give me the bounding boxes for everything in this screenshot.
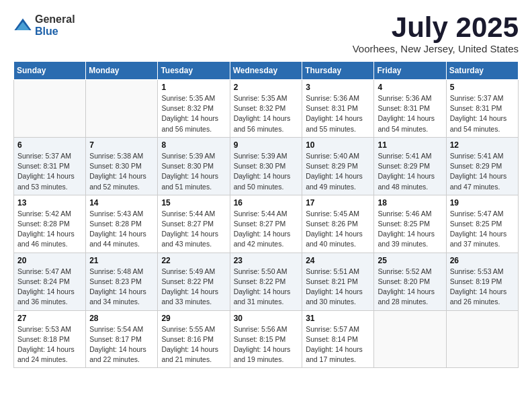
calendar-cell [86, 80, 158, 138]
month-title: July 2025 [353, 13, 519, 42]
calendar-cell: 15Sunrise: 5:44 AM Sunset: 8:27 PM Dayli… [158, 195, 230, 253]
logo-blue: Blue [35, 26, 75, 38]
day-number: 16 [234, 198, 299, 208]
calendar-cell: 2Sunrise: 5:35 AM Sunset: 8:32 PM Daylig… [230, 80, 302, 138]
day-detail: Sunrise: 5:52 AM Sunset: 8:20 PM Dayligh… [378, 267, 442, 308]
day-number: 15 [161, 198, 226, 208]
calendar-cell: 19Sunrise: 5:47 AM Sunset: 8:25 PM Dayli… [446, 195, 518, 253]
day-detail: Sunrise: 5:54 AM Sunset: 8:17 PM Dayligh… [89, 324, 154, 365]
day-number: 14 [89, 198, 154, 208]
day-number: 25 [378, 256, 442, 265]
calendar-cell: 7Sunrise: 5:38 AM Sunset: 8:30 PM Daylig… [86, 137, 158, 195]
day-detail: Sunrise: 5:35 AM Sunset: 8:32 PM Dayligh… [234, 93, 299, 134]
day-detail: Sunrise: 5:53 AM Sunset: 8:18 PM Dayligh… [17, 324, 82, 365]
logo-general: General [35, 13, 75, 26]
day-detail: Sunrise: 5:36 AM Sunset: 8:31 PM Dayligh… [306, 93, 370, 134]
calendar-week-2: 6Sunrise: 5:37 AM Sunset: 8:31 PM Daylig… [14, 137, 519, 195]
weekday-header-friday: Friday [374, 62, 446, 80]
calendar-week-1: 1Sunrise: 5:35 AM Sunset: 8:32 PM Daylig… [14, 80, 519, 138]
day-number: 17 [306, 198, 370, 208]
day-detail: Sunrise: 5:44 AM Sunset: 8:27 PM Dayligh… [161, 209, 226, 250]
day-number: 29 [161, 314, 226, 323]
day-detail: Sunrise: 5:50 AM Sunset: 8:22 PM Dayligh… [234, 267, 299, 308]
day-detail: Sunrise: 5:40 AM Sunset: 8:29 PM Dayligh… [306, 151, 370, 192]
calendar-cell: 21Sunrise: 5:48 AM Sunset: 8:23 PM Dayli… [86, 253, 158, 310]
day-number: 11 [378, 140, 442, 150]
day-number: 30 [234, 314, 299, 323]
day-number: 26 [450, 256, 515, 265]
calendar-cell: 30Sunrise: 5:56 AM Sunset: 8:15 PM Dayli… [230, 310, 302, 368]
day-number: 31 [306, 314, 370, 323]
day-detail: Sunrise: 5:37 AM Sunset: 8:31 PM Dayligh… [450, 93, 515, 134]
calendar-cell: 4Sunrise: 5:36 AM Sunset: 8:31 PM Daylig… [374, 80, 446, 138]
day-detail: Sunrise: 5:44 AM Sunset: 8:27 PM Dayligh… [234, 209, 299, 250]
day-number: 7 [89, 140, 154, 150]
day-number: 12 [450, 140, 515, 150]
day-number: 13 [17, 198, 82, 208]
day-number: 22 [161, 256, 226, 265]
day-detail: Sunrise: 5:46 AM Sunset: 8:25 PM Dayligh… [378, 209, 442, 250]
location: Voorhees, New Jersey, United States [353, 43, 519, 54]
calendar-cell: 25Sunrise: 5:52 AM Sunset: 8:20 PM Dayli… [374, 253, 446, 310]
day-number: 1 [161, 83, 226, 92]
title-block: July 2025 Voorhees, New Jersey, United S… [353, 13, 519, 54]
day-number: 21 [89, 256, 154, 265]
calendar-cell [374, 310, 446, 368]
calendar-cell: 5Sunrise: 5:37 AM Sunset: 8:31 PM Daylig… [446, 80, 518, 138]
weekday-header-monday: Monday [86, 62, 158, 80]
calendar-cell: 18Sunrise: 5:46 AM Sunset: 8:25 PM Dayli… [374, 195, 446, 253]
day-number: 3 [306, 83, 370, 92]
calendar-cell: 17Sunrise: 5:45 AM Sunset: 8:26 PM Dayli… [302, 195, 374, 253]
calendar-cell: 6Sunrise: 5:37 AM Sunset: 8:31 PM Daylig… [14, 137, 86, 195]
day-number: 23 [234, 256, 299, 265]
calendar-cell: 14Sunrise: 5:43 AM Sunset: 8:28 PM Dayli… [86, 195, 158, 253]
calendar-cell: 16Sunrise: 5:44 AM Sunset: 8:27 PM Dayli… [230, 195, 302, 253]
calendar-cell: 31Sunrise: 5:57 AM Sunset: 8:14 PM Dayli… [302, 310, 374, 368]
day-detail: Sunrise: 5:47 AM Sunset: 8:24 PM Dayligh… [17, 267, 82, 308]
calendar-cell: 8Sunrise: 5:39 AM Sunset: 8:30 PM Daylig… [158, 137, 230, 195]
day-detail: Sunrise: 5:57 AM Sunset: 8:14 PM Dayligh… [306, 324, 370, 365]
day-detail: Sunrise: 5:36 AM Sunset: 8:31 PM Dayligh… [378, 93, 442, 134]
day-number: 20 [17, 256, 82, 265]
day-detail: Sunrise: 5:43 AM Sunset: 8:28 PM Dayligh… [89, 209, 154, 250]
calendar-cell: 13Sunrise: 5:42 AM Sunset: 8:28 PM Dayli… [14, 195, 86, 253]
day-number: 6 [17, 140, 82, 150]
calendar-cell [14, 80, 86, 138]
calendar-week-5: 27Sunrise: 5:53 AM Sunset: 8:18 PM Dayli… [14, 310, 519, 368]
day-detail: Sunrise: 5:37 AM Sunset: 8:31 PM Dayligh… [17, 151, 82, 192]
calendar-cell [446, 310, 518, 368]
day-detail: Sunrise: 5:45 AM Sunset: 8:26 PM Dayligh… [306, 209, 370, 250]
calendar-cell: 12Sunrise: 5:41 AM Sunset: 8:29 PM Dayli… [446, 137, 518, 195]
day-number: 4 [378, 83, 442, 92]
day-number: 28 [89, 314, 154, 323]
day-detail: Sunrise: 5:49 AM Sunset: 8:22 PM Dayligh… [161, 267, 226, 308]
calendar-cell: 27Sunrise: 5:53 AM Sunset: 8:18 PM Dayli… [14, 310, 86, 368]
weekday-header-tuesday: Tuesday [158, 62, 230, 80]
day-number: 9 [234, 140, 299, 150]
weekday-header-thursday: Thursday [302, 62, 374, 80]
day-number: 24 [306, 256, 370, 265]
calendar-cell: 1Sunrise: 5:35 AM Sunset: 8:32 PM Daylig… [158, 80, 230, 138]
day-detail: Sunrise: 5:51 AM Sunset: 8:21 PM Dayligh… [306, 267, 370, 308]
calendar-week-4: 20Sunrise: 5:47 AM Sunset: 8:24 PM Dayli… [14, 253, 519, 310]
calendar-cell: 24Sunrise: 5:51 AM Sunset: 8:21 PM Dayli… [302, 253, 374, 310]
calendar-week-3: 13Sunrise: 5:42 AM Sunset: 8:28 PM Dayli… [14, 195, 519, 253]
day-detail: Sunrise: 5:55 AM Sunset: 8:16 PM Dayligh… [161, 324, 226, 365]
weekday-header-row: SundayMondayTuesdayWednesdayThursdayFrid… [14, 62, 519, 80]
day-number: 19 [450, 198, 515, 208]
weekday-header-saturday: Saturday [446, 62, 518, 80]
day-number: 27 [17, 314, 82, 323]
day-detail: Sunrise: 5:48 AM Sunset: 8:23 PM Dayligh… [89, 267, 154, 308]
day-number: 10 [306, 140, 370, 150]
day-detail: Sunrise: 5:39 AM Sunset: 8:30 PM Dayligh… [234, 151, 299, 192]
calendar-cell: 20Sunrise: 5:47 AM Sunset: 8:24 PM Dayli… [14, 253, 86, 310]
day-detail: Sunrise: 5:41 AM Sunset: 8:29 PM Dayligh… [450, 151, 515, 192]
calendar-cell: 28Sunrise: 5:54 AM Sunset: 8:17 PM Dayli… [86, 310, 158, 368]
weekday-header-wednesday: Wednesday [230, 62, 302, 80]
calendar-table: SundayMondayTuesdayWednesdayThursdayFrid… [13, 61, 519, 368]
day-number: 18 [378, 198, 442, 208]
day-detail: Sunrise: 5:42 AM Sunset: 8:28 PM Dayligh… [17, 209, 82, 250]
logo-text: General Blue [35, 13, 75, 37]
day-detail: Sunrise: 5:53 AM Sunset: 8:19 PM Dayligh… [450, 267, 515, 308]
day-detail: Sunrise: 5:47 AM Sunset: 8:25 PM Dayligh… [450, 209, 515, 250]
